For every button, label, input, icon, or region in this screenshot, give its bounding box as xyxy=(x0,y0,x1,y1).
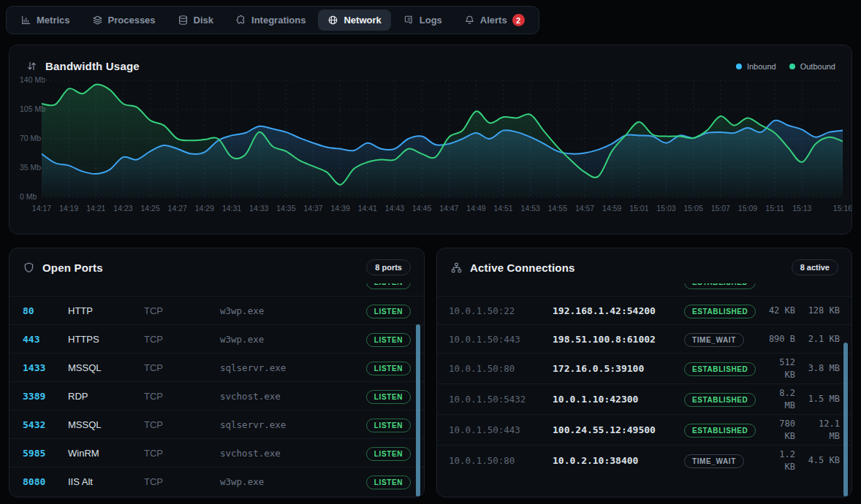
bell-icon xyxy=(464,15,475,26)
port-process: w3wp.exe xyxy=(220,476,366,487)
x-axis-label: 14:35 xyxy=(276,204,295,213)
y-axis-label: 70 Mb xyxy=(20,134,41,142)
local-address: 10.0.1.50:80 xyxy=(449,455,542,466)
x-axis-label: 14:51 xyxy=(493,204,512,213)
port-service: MSSQL xyxy=(68,419,144,430)
port-process: w3wp.exe xyxy=(220,334,366,345)
legend-dot xyxy=(789,64,795,69)
status-badge: LISTEN xyxy=(366,362,411,375)
x-axis-label: 14:37 xyxy=(303,204,322,213)
status-badge: ESTABLISHED xyxy=(684,305,756,318)
tab-alerts[interactable]: Alerts2 xyxy=(455,9,534,31)
arrows-up-down-icon xyxy=(26,60,38,72)
remote-address: 198.51.100.8:61002 xyxy=(553,334,674,345)
legend-dot xyxy=(736,64,742,69)
x-axis-label: 14:27 xyxy=(168,204,187,213)
bandwidth-chart-svg[interactable] xyxy=(42,78,843,199)
connections-count-badge: 8 active xyxy=(792,259,838,275)
local-address: 10.0.1.50:443 xyxy=(449,334,542,345)
port-row[interactable]: 80HTTPTCPw3wp.exeLISTEN xyxy=(10,296,424,324)
active-connections-panel: Active Connections 8 active ESTABLISHED1… xyxy=(436,248,852,497)
port-protocol: TCP xyxy=(144,476,220,487)
bytes-in: 512 KB xyxy=(766,356,795,381)
active-connections-header: Active Connections 8 active xyxy=(437,248,851,283)
scrollbar-thumb[interactable] xyxy=(416,324,420,497)
status-badge: ESTABLISHED xyxy=(684,283,756,289)
tab-processes[interactable]: Processes xyxy=(83,9,165,31)
port-protocol: TCP xyxy=(144,305,220,316)
bar-chart-icon xyxy=(20,15,31,26)
bandwidth-chart[interactable]: 0 Mb35 Mb70 Mb105 Mb140 Mb 14:1714:1914:… xyxy=(10,78,851,221)
status-badge: ESTABLISHED xyxy=(684,393,756,407)
open-ports-header: Open Ports 8 ports xyxy=(10,248,424,283)
x-axis-label: 14:39 xyxy=(331,204,350,213)
tab-integrations[interactable]: Integrations xyxy=(226,9,315,31)
legend-item-inbound[interactable]: Inbound xyxy=(736,62,776,71)
connection-row[interactable]: 10.0.1.50:543210.0.1.10:42300ESTABLISHED… xyxy=(437,383,851,414)
x-axis-label: 14:47 xyxy=(439,204,458,213)
connection-row[interactable]: 10.0.1.50:443100.24.55.12:49500ESTABLISH… xyxy=(437,414,851,445)
tab-label: Logs xyxy=(420,15,442,26)
local-address: 10.0.1.50:80 xyxy=(449,363,542,374)
x-axis-label: 14:33 xyxy=(249,204,268,213)
x-axis-label: 15:09 xyxy=(738,204,757,213)
connection-row[interactable]: 10.0.1.50:8010.0.2.10:38400TIME_WAIT1.2 … xyxy=(437,445,851,476)
x-axis-label: 14:31 xyxy=(222,204,241,213)
remote-address: 10.0.2.10:38400 xyxy=(553,455,674,466)
legend-label: Outbound xyxy=(800,62,835,71)
x-axis-label: 14:41 xyxy=(358,204,377,213)
port-row[interactable]: 8080IIS AltTCPw3wp.exeLISTEN xyxy=(10,467,424,495)
active-connections-list[interactable]: ESTABLISHED10.0.1.50:22192.168.1.42:5420… xyxy=(437,283,851,495)
open-ports-title: Open Ports xyxy=(42,261,103,274)
bandwidth-panel-header: Bandwidth Usage InboundOutbound xyxy=(10,45,851,72)
port-row[interactable]: 1433MSSQLTCPsqlservr.exeLISTEN xyxy=(10,353,424,381)
legend-item-outbound[interactable]: Outbound xyxy=(789,62,835,71)
scrollbar-thumb[interactable] xyxy=(843,343,848,497)
remote-address: 100.24.55.12:49500 xyxy=(553,424,674,435)
tab-disk[interactable]: Disk xyxy=(168,9,223,31)
puzzle-icon xyxy=(235,15,246,26)
port-service: MSSQL xyxy=(68,362,144,373)
top-nav: MetricsProcessesDiskIntegrationsNetworkL… xyxy=(6,6,539,34)
connection-row[interactable]: 10.0.1.50:22192.168.1.42:54200ESTABLISHE… xyxy=(437,296,851,324)
x-axis-label: 14:57 xyxy=(575,204,594,213)
x-axis-label: 14:53 xyxy=(521,204,540,213)
bytes-out: 128 KB xyxy=(805,305,840,317)
x-axis-label: 15:16 xyxy=(833,204,852,213)
nav-tabs: MetricsProcessesDiskIntegrationsNetworkL… xyxy=(11,9,534,31)
bytes-in: 890 B xyxy=(766,333,795,345)
connection-row[interactable]: ESTABLISHED xyxy=(437,283,851,296)
status-badge: LISTEN xyxy=(366,283,411,289)
tab-logs[interactable]: Logs xyxy=(394,9,452,31)
x-axis-label: 15:13 xyxy=(792,204,811,213)
connection-row[interactable]: 10.0.1.50:443198.51.100.8:61002TIME_WAIT… xyxy=(437,324,851,353)
status-badge: LISTEN xyxy=(366,447,411,461)
tab-label: Metrics xyxy=(37,15,70,26)
remote-address: 192.168.1.42:54200 xyxy=(553,305,674,316)
port-service: HTTP xyxy=(68,305,144,316)
port-row[interactable]: LISTEN xyxy=(10,283,424,296)
port-process: sqlservr.exe xyxy=(220,419,366,430)
tab-metrics[interactable]: Metrics xyxy=(11,9,80,31)
port-row[interactable]: 5985WinRMTCPsvchost.exeLISTEN xyxy=(10,438,424,467)
x-axis-label: 14:49 xyxy=(466,204,485,213)
port-row[interactable]: 3389RDPTCPsvchost.exeLISTEN xyxy=(10,381,424,410)
port-protocol: TCP xyxy=(144,334,220,345)
x-axis-label: 14:59 xyxy=(602,204,621,213)
x-axis-label: 15:03 xyxy=(656,204,675,213)
port-row[interactable]: 5432MSSQLTCPsqlservr.exeLISTEN xyxy=(10,410,424,438)
local-address: 10.0.1.50:443 xyxy=(449,424,542,435)
x-axis-label: 14:17 xyxy=(32,204,51,213)
port-number: 5985 xyxy=(23,448,68,459)
y-axis-label: 0 Mb xyxy=(20,192,37,201)
tab-network[interactable]: Network xyxy=(318,9,390,31)
port-service: WinRM xyxy=(68,448,144,459)
globe-icon xyxy=(327,15,338,26)
connection-row[interactable]: 10.0.1.50:80172.16.0.5:39100ESTABLISHED5… xyxy=(437,353,851,383)
port-row[interactable]: 443HTTPSTCPw3wp.exeLISTEN xyxy=(10,324,424,353)
port-protocol: TCP xyxy=(144,419,220,430)
open-ports-list[interactable]: LISTEN80HTTPTCPw3wp.exeLISTEN443HTTPSTCP… xyxy=(10,283,424,495)
tab-label: Network xyxy=(344,15,381,26)
port-number: 80 xyxy=(23,305,68,316)
bandwidth-panel: Bandwidth Usage InboundOutbound 0 Mb35 M… xyxy=(9,45,852,234)
